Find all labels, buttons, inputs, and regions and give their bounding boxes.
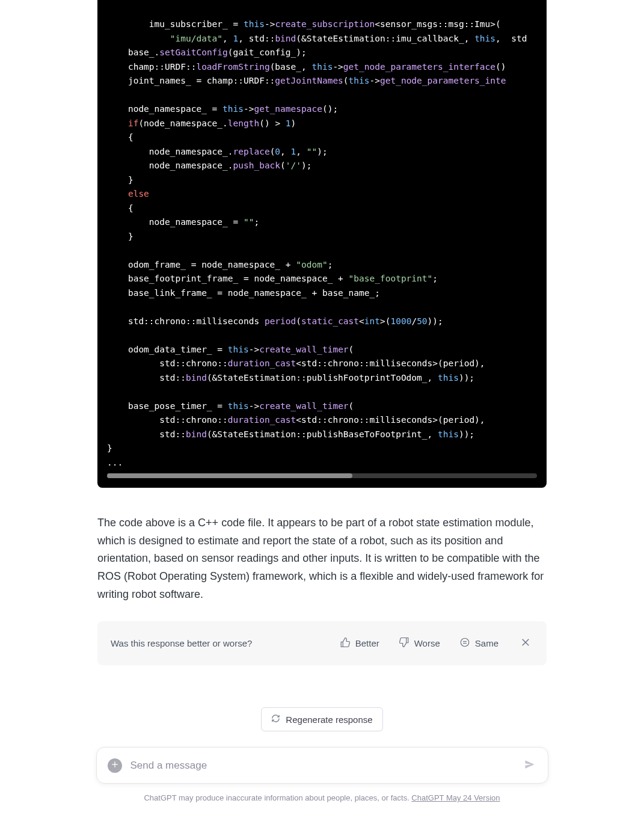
- thumbs-down-icon: [399, 637, 409, 650]
- feedback-same-label: Same: [475, 638, 498, 648]
- assistant-explanation: The code above is a C++ code file. It ap…: [97, 514, 547, 603]
- feedback-better-label: Better: [355, 638, 379, 648]
- feedback-close-button[interactable]: [518, 635, 533, 652]
- regenerate-label: Regenerate response: [286, 715, 372, 725]
- feedback-worse-button[interactable]: Worse: [393, 633, 446, 653]
- message-input[interactable]: [130, 760, 514, 772]
- feedback-same-button[interactable]: Same: [453, 633, 504, 653]
- attach-button[interactable]: [108, 758, 122, 773]
- thumbs-up-icon: [340, 637, 351, 650]
- code-block: imu_subscriber_ = this->create_subscript…: [97, 0, 547, 488]
- plus-icon: [111, 760, 119, 770]
- scrollbar-thumb[interactable]: [107, 473, 352, 478]
- horizontal-scrollbar[interactable]: [107, 473, 537, 478]
- feedback-worse-label: Worse: [414, 638, 440, 648]
- footer-disclaimer: ChatGPT may produce inaccurate informati…: [96, 793, 548, 802]
- send-icon: [524, 763, 536, 772]
- feedback-better-button[interactable]: Better: [334, 633, 385, 653]
- send-button[interactable]: [523, 757, 537, 773]
- feedback-bar: Was this response better or worse? Bette…: [97, 621, 547, 665]
- refresh-icon: [271, 714, 280, 725]
- svg-point-0: [461, 639, 469, 647]
- regenerate-button[interactable]: Regenerate response: [261, 707, 382, 731]
- message-input-bar: [96, 747, 548, 784]
- feedback-prompt: Was this response better or worse?: [111, 638, 327, 648]
- equals-icon: [459, 637, 470, 650]
- version-link[interactable]: ChatGPT May 24 Version: [411, 793, 500, 802]
- close-icon: [520, 641, 531, 650]
